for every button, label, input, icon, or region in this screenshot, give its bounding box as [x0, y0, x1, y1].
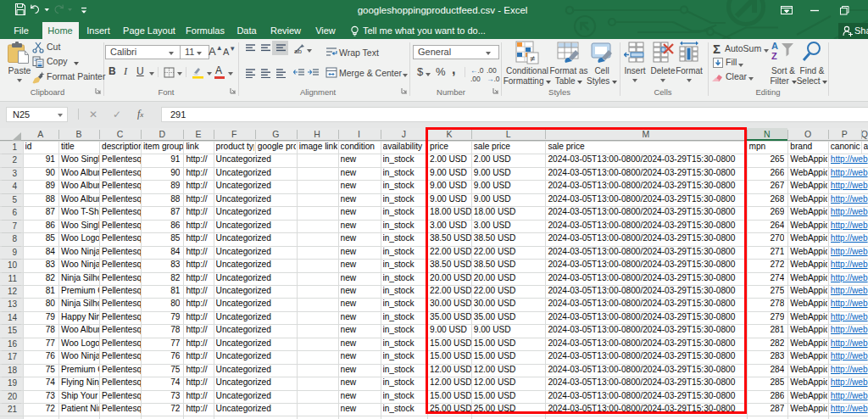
svg-text:ab: ab [294, 47, 302, 54]
svg-text:A: A [771, 41, 778, 51]
svg-text:Z: Z [771, 51, 777, 61]
svg-text:≠: ≠ [530, 53, 535, 64]
